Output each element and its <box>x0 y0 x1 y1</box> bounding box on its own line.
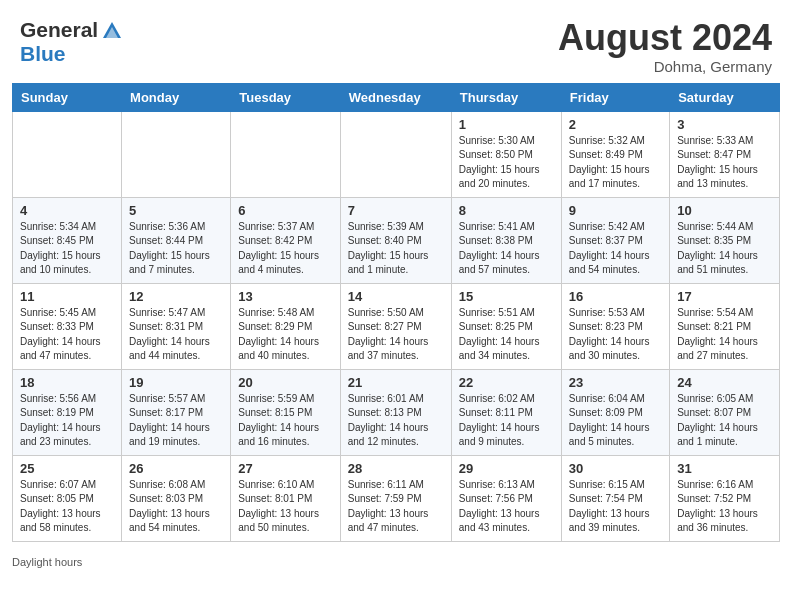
day-number: 11 <box>20 289 114 304</box>
day-number: 14 <box>348 289 444 304</box>
calendar-cell: 15Sunrise: 5:51 AM Sunset: 8:25 PM Dayli… <box>451 283 561 369</box>
day-number: 5 <box>129 203 223 218</box>
calendar-cell: 25Sunrise: 6:07 AM Sunset: 8:05 PM Dayli… <box>13 455 122 541</box>
day-info: Sunrise: 5:45 AM Sunset: 8:33 PM Dayligh… <box>20 306 114 364</box>
day-number: 9 <box>569 203 662 218</box>
logo: General Blue <box>20 18 123 67</box>
page-header: General Blue August 2024 Dohma, Germany <box>0 0 792 83</box>
calendar-cell: 3Sunrise: 5:33 AM Sunset: 8:47 PM Daylig… <box>670 111 780 197</box>
day-info: Sunrise: 5:50 AM Sunset: 8:27 PM Dayligh… <box>348 306 444 364</box>
calendar-cell: 29Sunrise: 6:13 AM Sunset: 7:56 PM Dayli… <box>451 455 561 541</box>
day-info: Sunrise: 5:41 AM Sunset: 8:38 PM Dayligh… <box>459 220 554 278</box>
calendar-cell: 30Sunrise: 6:15 AM Sunset: 7:54 PM Dayli… <box>561 455 669 541</box>
day-info: Sunrise: 5:30 AM Sunset: 8:50 PM Dayligh… <box>459 134 554 192</box>
calendar-cell: 27Sunrise: 6:10 AM Sunset: 8:01 PM Dayli… <box>231 455 340 541</box>
calendar-cell: 26Sunrise: 6:08 AM Sunset: 8:03 PM Dayli… <box>122 455 231 541</box>
day-number: 16 <box>569 289 662 304</box>
calendar-cell: 7Sunrise: 5:39 AM Sunset: 8:40 PM Daylig… <box>340 197 451 283</box>
day-number: 2 <box>569 117 662 132</box>
day-info: Sunrise: 5:54 AM Sunset: 8:21 PM Dayligh… <box>677 306 772 364</box>
calendar-cell: 9Sunrise: 5:42 AM Sunset: 8:37 PM Daylig… <box>561 197 669 283</box>
day-number: 18 <box>20 375 114 390</box>
calendar-cell <box>231 111 340 197</box>
calendar-cell: 18Sunrise: 5:56 AM Sunset: 8:19 PM Dayli… <box>13 369 122 455</box>
day-info: Sunrise: 5:53 AM Sunset: 8:23 PM Dayligh… <box>569 306 662 364</box>
day-number: 28 <box>348 461 444 476</box>
footer: Daylight hours <box>0 552 792 578</box>
day-info: Sunrise: 6:07 AM Sunset: 8:05 PM Dayligh… <box>20 478 114 536</box>
day-info: Sunrise: 6:01 AM Sunset: 8:13 PM Dayligh… <box>348 392 444 450</box>
calendar-cell: 23Sunrise: 6:04 AM Sunset: 8:09 PM Dayli… <box>561 369 669 455</box>
calendar-cell: 2Sunrise: 5:32 AM Sunset: 8:49 PM Daylig… <box>561 111 669 197</box>
calendar-cell: 17Sunrise: 5:54 AM Sunset: 8:21 PM Dayli… <box>670 283 780 369</box>
calendar-cell: 4Sunrise: 5:34 AM Sunset: 8:45 PM Daylig… <box>13 197 122 283</box>
calendar-table: SundayMondayTuesdayWednesdayThursdayFrid… <box>12 83 780 542</box>
day-info: Sunrise: 6:02 AM Sunset: 8:11 PM Dayligh… <box>459 392 554 450</box>
title-block: August 2024 Dohma, Germany <box>558 18 772 75</box>
day-info: Sunrise: 6:11 AM Sunset: 7:59 PM Dayligh… <box>348 478 444 536</box>
calendar-cell: 24Sunrise: 6:05 AM Sunset: 8:07 PM Dayli… <box>670 369 780 455</box>
calendar-cell: 12Sunrise: 5:47 AM Sunset: 8:31 PM Dayli… <box>122 283 231 369</box>
calendar-cell: 1Sunrise: 5:30 AM Sunset: 8:50 PM Daylig… <box>451 111 561 197</box>
day-info: Sunrise: 5:39 AM Sunset: 8:40 PM Dayligh… <box>348 220 444 278</box>
day-of-week-header: Saturday <box>670 83 780 111</box>
calendar-cell: 31Sunrise: 6:16 AM Sunset: 7:52 PM Dayli… <box>670 455 780 541</box>
day-info: Sunrise: 5:51 AM Sunset: 8:25 PM Dayligh… <box>459 306 554 364</box>
logo-subtext: Blue <box>20 42 123 66</box>
day-of-week-header: Wednesday <box>340 83 451 111</box>
day-number: 25 <box>20 461 114 476</box>
day-number: 27 <box>238 461 332 476</box>
day-info: Sunrise: 6:08 AM Sunset: 8:03 PM Dayligh… <box>129 478 223 536</box>
day-info: Sunrise: 5:33 AM Sunset: 8:47 PM Dayligh… <box>677 134 772 192</box>
calendar-cell: 14Sunrise: 5:50 AM Sunset: 8:27 PM Dayli… <box>340 283 451 369</box>
day-info: Sunrise: 5:48 AM Sunset: 8:29 PM Dayligh… <box>238 306 332 364</box>
calendar-cell: 28Sunrise: 6:11 AM Sunset: 7:59 PM Dayli… <box>340 455 451 541</box>
day-info: Sunrise: 6:15 AM Sunset: 7:54 PM Dayligh… <box>569 478 662 536</box>
logo-text: General <box>20 18 123 42</box>
day-number: 31 <box>677 461 772 476</box>
day-number: 19 <box>129 375 223 390</box>
day-number: 15 <box>459 289 554 304</box>
calendar-cell: 8Sunrise: 5:41 AM Sunset: 8:38 PM Daylig… <box>451 197 561 283</box>
day-number: 24 <box>677 375 772 390</box>
day-info: Sunrise: 5:56 AM Sunset: 8:19 PM Dayligh… <box>20 392 114 450</box>
day-info: Sunrise: 6:10 AM Sunset: 8:01 PM Dayligh… <box>238 478 332 536</box>
day-number: 1 <box>459 117 554 132</box>
day-info: Sunrise: 5:32 AM Sunset: 8:49 PM Dayligh… <box>569 134 662 192</box>
day-info: Sunrise: 6:05 AM Sunset: 8:07 PM Dayligh… <box>677 392 772 450</box>
day-info: Sunrise: 5:34 AM Sunset: 8:45 PM Dayligh… <box>20 220 114 278</box>
calendar-cell: 5Sunrise: 5:36 AM Sunset: 8:44 PM Daylig… <box>122 197 231 283</box>
day-number: 3 <box>677 117 772 132</box>
day-number: 17 <box>677 289 772 304</box>
calendar-cell: 11Sunrise: 5:45 AM Sunset: 8:33 PM Dayli… <box>13 283 122 369</box>
day-info: Sunrise: 5:37 AM Sunset: 8:42 PM Dayligh… <box>238 220 332 278</box>
day-number: 4 <box>20 203 114 218</box>
day-number: 10 <box>677 203 772 218</box>
day-of-week-header: Thursday <box>451 83 561 111</box>
day-number: 21 <box>348 375 444 390</box>
day-info: Sunrise: 5:36 AM Sunset: 8:44 PM Dayligh… <box>129 220 223 278</box>
day-of-week-header: Monday <box>122 83 231 111</box>
day-number: 23 <box>569 375 662 390</box>
day-of-week-header: Sunday <box>13 83 122 111</box>
calendar-cell: 19Sunrise: 5:57 AM Sunset: 8:17 PM Dayli… <box>122 369 231 455</box>
calendar-cell <box>340 111 451 197</box>
calendar-cell: 13Sunrise: 5:48 AM Sunset: 8:29 PM Dayli… <box>231 283 340 369</box>
calendar-cell: 20Sunrise: 5:59 AM Sunset: 8:15 PM Dayli… <box>231 369 340 455</box>
calendar-cell <box>13 111 122 197</box>
daylight-label: Daylight hours <box>12 556 82 568</box>
day-info: Sunrise: 5:47 AM Sunset: 8:31 PM Dayligh… <box>129 306 223 364</box>
day-info: Sunrise: 6:04 AM Sunset: 8:09 PM Dayligh… <box>569 392 662 450</box>
calendar-cell: 10Sunrise: 5:44 AM Sunset: 8:35 PM Dayli… <box>670 197 780 283</box>
day-info: Sunrise: 6:16 AM Sunset: 7:52 PM Dayligh… <box>677 478 772 536</box>
month-year: August 2024 <box>558 18 772 58</box>
day-of-week-header: Tuesday <box>231 83 340 111</box>
day-info: Sunrise: 5:59 AM Sunset: 8:15 PM Dayligh… <box>238 392 332 450</box>
day-info: Sunrise: 5:57 AM Sunset: 8:17 PM Dayligh… <box>129 392 223 450</box>
day-number: 20 <box>238 375 332 390</box>
day-number: 7 <box>348 203 444 218</box>
calendar-cell: 21Sunrise: 6:01 AM Sunset: 8:13 PM Dayli… <box>340 369 451 455</box>
day-info: Sunrise: 5:42 AM Sunset: 8:37 PM Dayligh… <box>569 220 662 278</box>
day-number: 22 <box>459 375 554 390</box>
day-number: 8 <box>459 203 554 218</box>
